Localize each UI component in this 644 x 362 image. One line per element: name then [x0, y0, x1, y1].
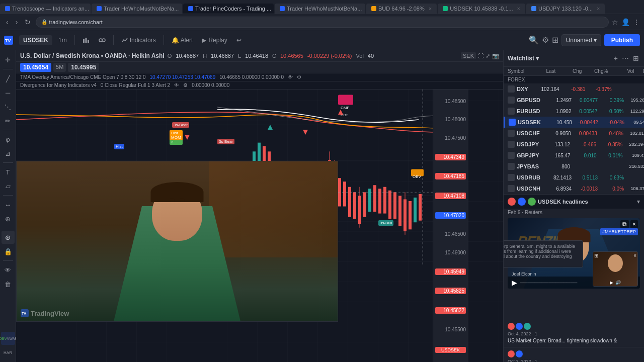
address-input[interactable]: 🔒 tradingview.com/chart [36, 17, 609, 28]
wl-row-usdjpy[interactable]: USDJPY 133.12 -0.466 -0.35% 202.394K [504, 139, 644, 150]
tab-usdsek[interactable]: USDSEK 10.45838 -0.1... × [438, 4, 525, 14]
menu-icon[interactable]: ⋮ [633, 18, 640, 26]
trash-tool[interactable]: 🗑 [2, 278, 15, 291]
gbpjpy-last: 165.47 [540, 153, 571, 158]
wl-row-gbpusd[interactable]: GBPUSD 1.2497 0.00477 0.39% 195.266K [504, 95, 644, 106]
wl-row-dxy[interactable]: DXY 102.164 -0.381 -0.37% [504, 83, 644, 95]
div-indicator-label[interactable]: Divergence for Many Indicators v4 [20, 82, 97, 88]
mini-expand-btn[interactable]: ⊞ [594, 253, 598, 258]
unnamed-dropdown[interactable]: Unnamed ▾ [561, 34, 601, 46]
eurusd-vol: 122.293K [624, 109, 644, 114]
chart-type-btn[interactable] [79, 35, 93, 46]
usdchf-last: 0.9050 [541, 131, 571, 136]
cursor-tool[interactable]: ✛ [2, 53, 15, 66]
tma-indicator-label[interactable]: TMA Overlay America/Chicago CME Open 7 0… [20, 74, 146, 80]
tab-close[interactable]: × [597, 6, 600, 12]
mini-close-btn[interactable]: × [633, 253, 636, 258]
undo-btn[interactable]: ↩ [233, 35, 245, 46]
wl-row-eurusd[interactable]: EURUSD 1.0902 0.00547 0.50% 122.293K [504, 106, 644, 117]
tab-pinecoders[interactable]: Trader PineCoders - Trading ... × [183, 4, 274, 14]
svg-rect-46 [419, 194, 422, 221]
layout-icon[interactable]: ⊞ [552, 35, 558, 45]
settings-icon[interactable]: ⚙ [542, 35, 549, 45]
eye-tool[interactable]: 👁 [2, 263, 15, 277]
text-tool[interactable]: T [2, 165, 15, 178]
fullscreen-icon[interactable]: ⤢ [486, 53, 490, 59]
main-layout: ✛ ╱ ─ ⋱ ✏ φ ⊿ T ▱ ↔ ⊕ ⊛ 🔒 👁 🗑 OBV VWAP H… [0, 50, 644, 362]
snapshot-icon[interactable]: 📷 [492, 53, 499, 59]
eye-indicator-icon[interactable]: 👁 [288, 74, 293, 80]
profile-icon[interactable]: 👤 [621, 18, 630, 26]
indicator-tag-obv[interactable]: OBV VWAP [1, 332, 15, 345]
tab-bud[interactable]: BUD 64.96 -2.08% × [366, 4, 437, 14]
ticker-selector[interactable]: USDSEK [19, 35, 52, 45]
chart-main[interactable]: CMF Hist OBV Stoch CMF 2 RSI [16, 89, 503, 362]
magnet-tool[interactable]: ⊛ [2, 231, 15, 244]
replay-btn[interactable]: ▶ Replay [199, 35, 230, 45]
tradingview-logo[interactable]: TV [4, 36, 13, 45]
alert-btn[interactable]: 🔔 Alert [169, 35, 196, 46]
channel-tool[interactable]: ⋱ [2, 100, 15, 113]
indicators-btn[interactable]: Indicators [118, 35, 159, 46]
tab-close[interactable]: × [429, 6, 432, 12]
compare-btn[interactable] [96, 35, 109, 46]
forward-btn[interactable]: › [14, 17, 20, 27]
play-button[interactable]: ▶ [512, 279, 517, 287]
trend-line-tool[interactable]: ╱ [2, 72, 15, 85]
watchlist-actions: + ⋯ ⊞ [613, 53, 640, 63]
watchlist-menu-icon[interactable]: ⋯ [621, 53, 630, 63]
horizontal-line-tool[interactable]: ─ [2, 86, 15, 99]
usdjpy-chgpct: -0.35% [597, 142, 622, 147]
eye-icon-2[interactable]: 👁 [174, 82, 179, 88]
wl-sym-usdsek: USDSEK [509, 119, 541, 126]
gann-tool[interactable]: ⊿ [2, 147, 15, 160]
watchlist-grid-icon[interactable]: ⊞ [632, 53, 640, 63]
wl-row-usdrub[interactable]: USDRUB 82.1413 0.5113 0.63% 0 [504, 172, 644, 183]
brush-tool[interactable]: ✏ [2, 114, 15, 127]
fib-tool[interactable]: φ [2, 133, 15, 146]
tab-usdjpy[interactable]: USDJPY 133.120 -0... × [526, 4, 605, 14]
video-close-icon[interactable]: × [630, 220, 638, 228]
back-btn[interactable]: ‹ [4, 17, 11, 27]
vol-label: Vol [356, 53, 364, 59]
expand-icon[interactable]: ⛶ [478, 53, 484, 59]
publish-button[interactable]: Publish [604, 34, 640, 46]
watchlist-title[interactable]: Watchlist ▾ [508, 55, 539, 62]
wl-row-jpybas[interactable]: JPYBAS 800 216.532K [504, 161, 644, 172]
gbpusd-icon [508, 97, 515, 104]
shape-tool[interactable]: ▱ [2, 179, 15, 193]
add-symbol-icon[interactable]: + [613, 53, 619, 63]
mini-play-btn[interactable]: ▶ [610, 280, 613, 285]
tab-close[interactable]: × [517, 6, 520, 12]
mini-vol-btn[interactable]: 🔊 [615, 280, 621, 285]
timeframe-selector[interactable]: 1m [55, 35, 70, 46]
pip-icon[interactable]: ⧉ [620, 220, 629, 228]
chart-topbar-right: SEK ⛶ ⤢ 📷 [461, 52, 499, 59]
tool-separator-5 [3, 228, 13, 228]
zoom-tool[interactable]: ⊕ [2, 212, 15, 225]
settings-indicator-icon[interactable]: ⚙ [297, 74, 301, 80]
current-price-box[interactable]: 10.45654 [20, 63, 51, 72]
wl-row-usdsek[interactable]: USDSEK 10.458 -0.00442 -0.04% 89.547K [504, 117, 644, 128]
indicator-tag-har[interactable]: HAR [1, 346, 15, 359]
wl-row-gbpjpy[interactable]: GBPJPY 165.47 0.010 0.01% 109.43K [504, 150, 644, 161]
news-item-1[interactable]: Oct 4, 2022 · 1 US Market Open: Broad...… [504, 320, 644, 347]
timeframe-small[interactable]: 5M [53, 63, 66, 72]
measure-tool[interactable]: ↔ [2, 198, 15, 211]
search-icon[interactable]: 🔍 [529, 35, 539, 45]
news-collapse-icon[interactable]: ▾ [637, 198, 640, 205]
tab-trader2[interactable]: Trader HeWhoMustNotBeNa... × [275, 4, 365, 14]
wl-row-usdchf[interactable]: USDCHF 0.9050 -0.00433 -0.48% 102.814K [504, 128, 644, 139]
lock-tool[interactable]: 🔒 [2, 245, 15, 258]
usdcnh-chg: -0.0013 [573, 186, 598, 192]
bookmark-icon[interactable]: ☆ [612, 18, 618, 26]
news-item-2[interactable]: Oct 3, 2022 · 1 US Market Open: Pound an… [504, 347, 644, 362]
tab-trendoscope[interactable]: Trendoscope — Indicators an... × [0, 4, 91, 14]
wl-row-usdcnh[interactable]: USDCNH 6.8934 -0.0013 0.0% 106.372K [504, 183, 644, 194]
second-price-box[interactable]: 10.45995 [68, 63, 99, 72]
refresh-btn[interactable]: ↻ [23, 17, 33, 27]
tab-trader1[interactable]: Trader HeWhoMustNotBeNa... × [92, 4, 182, 14]
settings-icon-2[interactable]: ⚙ [183, 82, 188, 88]
news-title-bar: USDSEK headlines [538, 199, 635, 205]
news-icon-blue [516, 323, 523, 330]
